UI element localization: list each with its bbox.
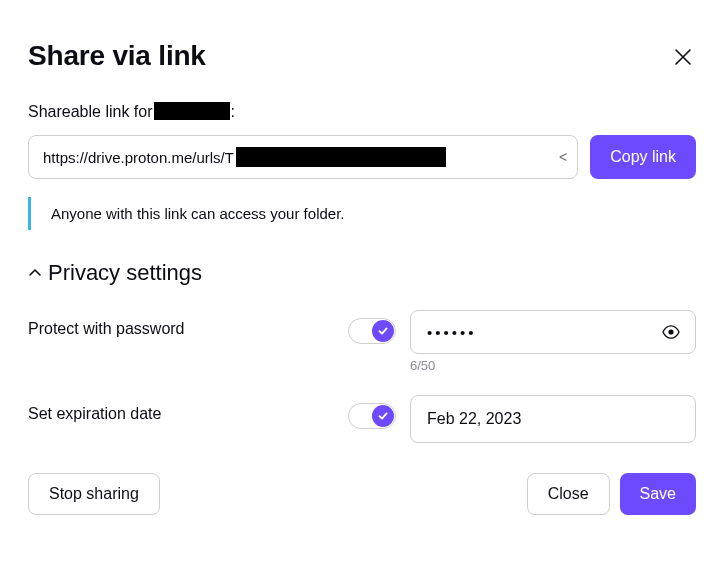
redacted-url-part xyxy=(236,147,446,167)
check-icon xyxy=(377,325,389,337)
check-icon xyxy=(377,410,389,422)
share-link-trailing: < xyxy=(559,149,567,165)
password-masked-value: •••••• xyxy=(427,324,477,341)
toggle-knob xyxy=(372,405,394,427)
eye-icon xyxy=(661,322,681,342)
share-link-field[interactable]: https://drive.proton.me/urls/T < xyxy=(28,135,578,179)
privacy-settings-toggle[interactable]: Privacy settings xyxy=(28,260,696,286)
stop-sharing-button[interactable]: Stop sharing xyxy=(28,473,160,515)
expiration-date-label: Set expiration date xyxy=(28,395,348,423)
password-toggle[interactable] xyxy=(348,318,396,344)
privacy-settings-title: Privacy settings xyxy=(48,260,202,286)
expiration-date-input[interactable]: Feb 22, 2023 xyxy=(410,395,696,443)
info-message: Anyone with this link can access your fo… xyxy=(51,205,344,222)
toggle-knob xyxy=(372,320,394,342)
subtitle-prefix: Shareable link for xyxy=(28,103,153,120)
password-input[interactable]: •••••• xyxy=(410,310,696,354)
close-button[interactable]: Close xyxy=(527,473,610,515)
modal-title: Share via link xyxy=(28,40,206,72)
copy-link-button[interactable]: Copy link xyxy=(590,135,696,179)
chevron-up-icon xyxy=(28,266,42,280)
close-icon-button[interactable] xyxy=(670,44,696,70)
reveal-password-button[interactable] xyxy=(657,311,685,353)
close-icon xyxy=(674,48,692,66)
share-link-text: https://drive.proton.me/urls/T xyxy=(43,149,234,166)
redacted-item-name xyxy=(154,102,230,120)
expiration-date-value: Feb 22, 2023 xyxy=(427,410,521,428)
svg-point-0 xyxy=(668,329,673,334)
subtitle-suffix: : xyxy=(231,103,235,120)
password-char-counter: 6/50 xyxy=(410,358,696,373)
expiration-toggle[interactable] xyxy=(348,403,396,429)
save-button[interactable]: Save xyxy=(620,473,696,515)
protect-password-label: Protect with password xyxy=(28,310,348,338)
info-banner: Anyone with this link can access your fo… xyxy=(28,197,696,230)
shareable-link-for-label: Shareable link for: xyxy=(28,102,696,121)
